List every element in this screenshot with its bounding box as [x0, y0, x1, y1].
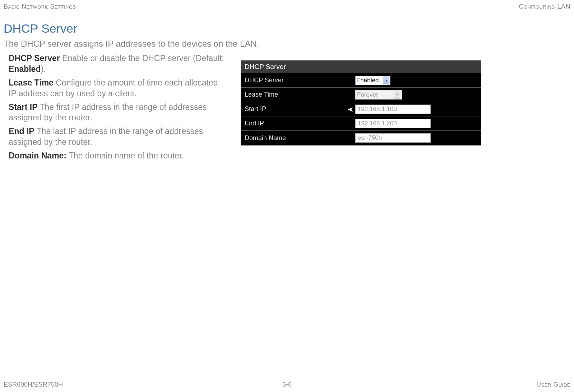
page-title: DHCP Server — [4, 22, 77, 36]
def-domain-name: Domain Name: The domain name of the rout… — [9, 151, 224, 161]
page-subtitle: The DHCP server assigns IP addresses to … — [4, 39, 259, 49]
panel-title: DHCP Server — [241, 61, 481, 73]
def-start-ip: Start IP The first IP address in the ran… — [9, 102, 224, 124]
row-start-ip: ➤ Start IP — [241, 102, 481, 116]
def-end-ip: End IP The last IP address in the range … — [9, 126, 224, 148]
def-desc: The domain name of the router. — [66, 151, 184, 160]
end-ip-input[interactable] — [355, 119, 431, 128]
def-lease-time: Lease Time Configure the amount of time … — [9, 78, 224, 99]
select-value: Enabled — [356, 77, 379, 84]
def-desc-post: ). — [41, 64, 46, 74]
lease-time-select[interactable]: Forever ▾ — [355, 90, 402, 100]
row-dhcp-server: DHCP Server Enabled ▾ — [241, 73, 481, 88]
control-end-ip — [353, 117, 481, 130]
def-term: Start IP — [9, 102, 38, 112]
dhcp-server-panel: DHCP Server DHCP Server Enabled ▾ Lease … — [241, 60, 481, 146]
def-desc: The last IP address in the range of addr… — [9, 126, 203, 147]
def-dhcp-server: DHCP Server Enable or disable the DHCP s… — [9, 53, 224, 75]
row-lease-time: Lease Time Forever ▾ — [241, 88, 481, 102]
select-value: Forever — [357, 91, 378, 98]
footer-page-number: 6-6 — [282, 381, 292, 388]
header-right-breadcrumb: Configuring LAN — [519, 3, 570, 10]
def-term: Lease Time — [9, 78, 54, 87]
control-lease-time: Forever ▾ — [353, 89, 481, 101]
def-desc: Enable or disable the DHCP server (Defau… — [60, 54, 224, 63]
def-term: End IP — [9, 126, 34, 136]
label-dhcp-server: DHCP Server — [241, 77, 353, 84]
row-domain-name: Domain Name — [241, 131, 481, 145]
row-end-ip: End IP — [241, 116, 481, 131]
header-left-breadcrumb: Basic Network Settings — [4, 3, 76, 10]
dhcp-server-select[interactable]: Enabled ▾ — [355, 76, 390, 85]
label-lease-time: Lease Time — [241, 91, 353, 98]
label-end-ip: End IP — [241, 120, 353, 127]
chevron-down-icon: ▾ — [394, 91, 400, 99]
chevron-down-icon: ▾ — [383, 77, 389, 84]
def-term: DHCP Server — [9, 54, 60, 63]
label-domain-name: Domain Name — [241, 134, 353, 142]
def-desc: The first IP address in the range of add… — [9, 102, 207, 123]
control-start-ip — [353, 103, 481, 115]
start-ip-input[interactable] — [355, 105, 431, 114]
control-domain-name — [353, 132, 481, 144]
footer-guide-label: User Guide — [536, 381, 570, 388]
label-start-ip: Start IP — [241, 105, 353, 113]
definitions-list: DHCP Server Enable or disable the DHCP s… — [9, 53, 224, 164]
control-dhcp-server: Enabled ▾ — [353, 74, 481, 87]
domain-name-input[interactable] — [355, 133, 431, 143]
def-bold: Enabled — [9, 64, 41, 74]
def-term: Domain Name: — [9, 151, 66, 160]
footer-model: ESR600H/ESR750H — [4, 381, 63, 388]
